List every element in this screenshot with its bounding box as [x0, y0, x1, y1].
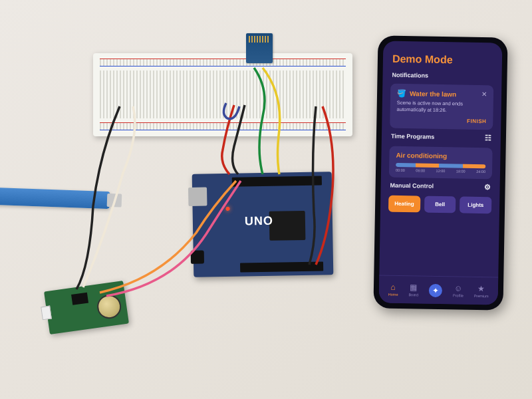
breadboard-tie-points: [100, 70, 346, 118]
arduino-digital-header: [232, 176, 322, 186]
close-icon[interactable]: ✕: [481, 90, 487, 98]
star-icon: ✦: [429, 283, 442, 297]
notifications-label-text: Notifications: [392, 72, 428, 79]
rtc-module: [44, 281, 129, 334]
arduino-mcu-chip: [269, 211, 306, 241]
nav-home[interactable]: ⌂ Home: [388, 283, 398, 297]
tick-3: 18:00: [456, 169, 466, 173]
tick-1: 06:00: [416, 168, 425, 172]
bell-button[interactable]: Bell: [424, 196, 456, 213]
notification-card[interactable]: 🪣 Water the lawn ✕ Scene is active now a…: [390, 84, 493, 130]
arduino-board: UNO: [192, 172, 334, 277]
manual-label-text: Manual Control: [390, 182, 434, 190]
rtc-connector: [41, 306, 52, 321]
rtc-coin-battery: [96, 293, 123, 321]
notifications-section-label: Notifications: [382, 70, 501, 82]
nav-home-label: Home: [388, 293, 398, 297]
arduino-analog-header: [240, 261, 323, 272]
smartphone: Demo Mode Notifications 🪣 Water the lawn…: [373, 35, 507, 310]
rtc-ic-chip: [71, 293, 88, 305]
breadboard-power-rail-top: [100, 59, 346, 66]
heating-button[interactable]: Heating: [388, 195, 420, 212]
time-program-title: Air conditioning: [396, 151, 485, 160]
notification-title-text: Water the lawn: [410, 90, 456, 98]
app-title: Demo Mode: [383, 41, 503, 72]
profile-icon: ☺: [454, 283, 463, 293]
tick-0: 00:00: [396, 168, 405, 172]
arduino-usb-port: [188, 187, 207, 205]
nav-premium-label: Premium: [474, 294, 489, 298]
gear-icon[interactable]: ⚙: [484, 183, 491, 192]
finish-button[interactable]: FINISH: [396, 116, 486, 124]
timeline-ticks: 00:00 06:00 12:00 18:00 24:00: [396, 168, 485, 173]
sliders-icon[interactable]: ☷: [485, 134, 491, 142]
phone-screen[interactable]: Demo Mode Notifications 🪣 Water the lawn…: [379, 41, 503, 305]
tick-4: 24:00: [476, 169, 485, 173]
lights-button[interactable]: Lights: [460, 196, 491, 213]
nav-premium[interactable]: ★ Premium: [474, 284, 489, 298]
nav-board[interactable]: ▦ Board: [408, 283, 418, 297]
nav-profile[interactable]: ☺ Profile: [453, 283, 464, 297]
board-icon: ▦: [410, 283, 417, 292]
notification-body: Scene is active now and ends automatical…: [397, 100, 487, 114]
nav-center[interactable]: ✦: [429, 283, 442, 297]
bluetooth-module: [246, 33, 273, 63]
notification-title: 🪣 Water the lawn: [397, 89, 487, 99]
arduino-power-jack: [191, 251, 204, 264]
time-programs-label-text: Time Programs: [391, 133, 435, 140]
tick-2: 12:00: [436, 168, 446, 172]
time-programs-section-label: Time Programs ☷: [382, 130, 501, 145]
nav-profile-label: Profile: [453, 293, 464, 297]
time-program-card[interactable]: Air conditioning 00:00 06:00 12:00 18:00…: [389, 146, 493, 179]
premium-icon: ★: [477, 284, 485, 293]
nav-board-label: Board: [408, 293, 418, 297]
manual-buttons-row: Heating Bell Lights: [380, 192, 500, 216]
home-icon: ⌂: [391, 283, 396, 292]
usb-cable: [0, 188, 110, 209]
bottom-nav: ⌂ Home ▦ Board ✦ ☺ Profile ★ Premium: [379, 275, 499, 305]
watering-can-icon: 🪣: [397, 89, 406, 98]
arduino-label: UNO: [245, 214, 273, 229]
schedule-timeline[interactable]: [396, 162, 485, 168]
breadboard-power-rail-bottom: [100, 122, 346, 130]
arduino-power-led: [226, 207, 230, 211]
breadboard: [93, 53, 352, 136]
